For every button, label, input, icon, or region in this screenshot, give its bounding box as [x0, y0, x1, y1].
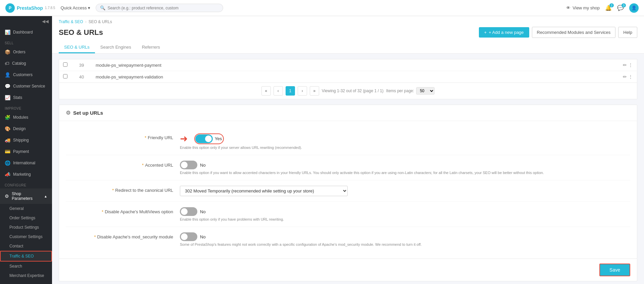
edit-icon[interactable]: ✏ — [623, 74, 627, 79]
sidebar-sub-item-search[interactable]: Search — [0, 262, 52, 271]
sidebar-item-label: Customers — [13, 72, 33, 77]
friendly-url-toggle[interactable] — [195, 134, 213, 143]
next-page-button[interactable]: › — [298, 86, 307, 96]
disable-multiviews-toggle[interactable] — [180, 207, 197, 216]
add-new-page-button[interactable]: + + Add a new page — [479, 27, 529, 38]
notifications-badge: 2 — [609, 3, 614, 7]
row-checkbox[interactable] — [63, 62, 67, 67]
required-star: * — [102, 209, 103, 214]
notifications-button[interactable]: 🔔 2 — [605, 5, 612, 11]
arrow-indicator: ➜ — [180, 133, 188, 144]
settings-icon: ⚙ — [66, 110, 70, 116]
row-route: module-ps_wirepayment-validation — [92, 71, 610, 83]
sidebar-item-marketing[interactable]: 📣 Marketing — [0, 169, 52, 180]
quick-access-button[interactable]: Quick Access ▾ — [60, 5, 90, 10]
tab-seo-urls[interactable]: SEO & URLs — [59, 42, 95, 53]
setup-urls-title: Set up URLs — [73, 110, 103, 116]
more-options-icon[interactable]: ⋮ — [628, 74, 633, 79]
tab-search-engines[interactable]: Search Engines — [95, 42, 137, 53]
sidebar-item-label: Dashboard — [13, 30, 33, 35]
disable-mod-security-value: No — [200, 234, 206, 239]
sidebar-item-label: Design — [13, 126, 26, 131]
search-input[interactable] — [107, 6, 219, 10]
configure-section-label: CONFIGURE — [0, 180, 52, 188]
disable-multiviews-value: No — [200, 209, 206, 214]
first-page-button[interactable]: « — [261, 86, 271, 96]
disable-multiviews-label-col: * Disable Apache's MultiViews option — [66, 207, 173, 214]
sidebar-item-payment[interactable]: 💳 Payment — [0, 146, 52, 157]
setup-urls-section: ⚙ Set up URLs * Friendly URL ➜ — [59, 105, 637, 259]
disable-mod-security-toggle-wrapper: No — [180, 232, 630, 241]
search-bar: 🔍 — [96, 4, 223, 12]
sidebar-item-label: Shop Parameters — [12, 191, 41, 201]
sidebar-sub-item-merchant-expertise[interactable]: Merchant Expertise — [0, 271, 52, 280]
stats-icon: 📈 — [5, 95, 10, 100]
items-per-page-select[interactable]: 10 20 50 100 — [416, 87, 435, 95]
prev-page-button[interactable]: ‹ — [274, 86, 283, 96]
disable-mod-security-toggle[interactable] — [180, 232, 197, 241]
required-star: * — [112, 188, 114, 193]
sidebar-sub-item-product-settings[interactable]: Product Settings — [0, 223, 52, 232]
sidebar-item-customers[interactable]: 👤 Customers — [0, 69, 52, 80]
orders-icon: 📦 — [5, 49, 10, 55]
redirect-canonical-select[interactable]: No redirection 301 Moved Permanently 302… — [180, 186, 348, 196]
save-button[interactable]: Save — [599, 264, 630, 276]
sidebar-item-stats[interactable]: 📈 Stats — [0, 92, 52, 103]
recommended-modules-button[interactable]: Recommended Modules and Services — [532, 27, 616, 38]
sidebar-item-customer-service[interactable]: 💬 Customer Service — [0, 80, 52, 92]
row-checkbox[interactable] — [63, 74, 67, 78]
sidebar-item-modules[interactable]: 🧩 Modules — [0, 112, 52, 123]
sidebar-item-international[interactable]: 🌐 International — [0, 157, 52, 169]
breadcrumb-separator: › — [85, 19, 87, 24]
messages-button[interactable]: 💬 3 — [617, 5, 624, 11]
page-title-row: SEO & URLs + + Add a new page Recommende… — [59, 27, 637, 38]
sidebar-item-orders[interactable]: 📦 Orders — [0, 46, 52, 58]
items-per-page-label: Items per page: — [386, 89, 414, 93]
accented-url-toggle[interactable] — [180, 161, 197, 169]
seo-table: 39 module-ps_wirepayment-payment ✏ ⋮ 40 … — [59, 59, 637, 83]
sidebar-item-label: Catalog — [12, 61, 26, 66]
tab-referrers[interactable]: Referrers — [137, 42, 165, 53]
more-options-icon[interactable]: ⋮ — [628, 62, 633, 68]
sidebar-sub-item-contact[interactable]: Contact — [0, 241, 52, 251]
sidebar-sub-item-general[interactable]: General — [0, 204, 52, 213]
current-page-button[interactable]: 1 — [286, 86, 295, 96]
logo-text: PrestaShop — [17, 5, 43, 11]
sidebar-toggle[interactable]: ◀◀ — [0, 16, 52, 26]
accented-url-hint: Enable this option if you want to allow … — [180, 171, 630, 175]
sidebar-item-shipping[interactable]: 🚚 Shipping — [0, 134, 52, 146]
help-button[interactable]: Help — [618, 27, 637, 38]
toggle-thumb — [181, 162, 188, 168]
breadcrumb-parent[interactable]: Traffic & SEO — [59, 19, 83, 24]
sidebar-item-label: Customer Service — [13, 84, 45, 89]
view-shop-button[interactable]: 👁 View my shop — [566, 5, 600, 10]
avatar-button[interactable]: 👤 — [629, 3, 639, 13]
redirect-canonical-row: * Redirect to the canonical URL No redir… — [66, 180, 630, 202]
accented-url-row: * Accented URL No Enable this option if … — [66, 155, 630, 180]
accented-url-value: No — [200, 163, 206, 168]
sidebar-sub-item-order-settings[interactable]: Order Settings — [0, 213, 52, 223]
last-page-button[interactable]: » — [310, 86, 319, 96]
required-star: * — [145, 135, 146, 140]
sidebar-item-dashboard[interactable]: 📊 Dashboard — [0, 26, 52, 38]
redirect-canonical-control: No redirection 301 Moved Permanently 302… — [180, 186, 630, 196]
sidebar-item-shop-parameters[interactable]: ⚙ Shop Parameters ▲ — [0, 188, 52, 204]
sidebar-sub-item-customer-settings[interactable]: Customer Settings — [0, 232, 52, 241]
sidebar-item-label: Modules — [13, 115, 28, 120]
sidebar-item-label: International — [13, 161, 35, 165]
page-title: SEO & URLs — [59, 28, 103, 37]
shop-parameters-icon: ⚙ — [5, 193, 9, 199]
friendly-url-control: ➜ Yes Enable this option only if your se… — [180, 133, 630, 150]
accented-url-label-col: * Accented URL — [66, 161, 173, 168]
sidebar-sub-item-traffic-seo[interactable]: Traffic & SEO — [0, 251, 52, 262]
disable-multiviews-control: No Enable this option only if you have p… — [180, 207, 630, 221]
required-star: * — [94, 234, 96, 239]
logo: P PrestaShop 1.7.8.5 — [5, 3, 55, 13]
sidebar-item-design[interactable]: 🎨 Design — [0, 123, 52, 134]
row-route: module-ps_wirepayment-payment — [92, 59, 610, 71]
accented-url-control: No Enable this option if you want to all… — [180, 161, 630, 175]
breadcrumb-current: SEO & URLs — [89, 19, 112, 24]
edit-icon[interactable]: ✏ — [623, 62, 627, 68]
sidebar-item-catalog[interactable]: 🏷 Catalog — [0, 58, 52, 69]
page-actions: + + Add a new page Recommended Modules a… — [479, 27, 637, 38]
